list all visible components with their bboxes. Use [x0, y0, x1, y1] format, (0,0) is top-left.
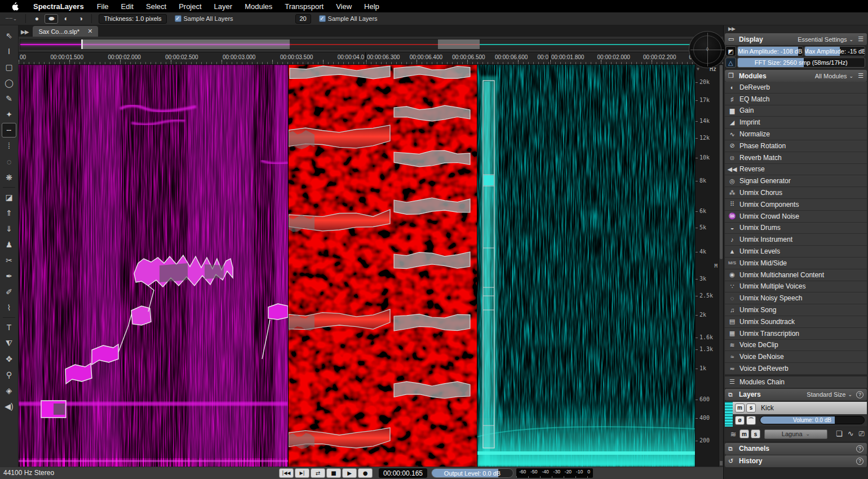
layer-name[interactable]: Kick: [761, 404, 774, 412]
playback-tool[interactable]: ◀): [2, 399, 16, 414]
module-unmix-chorus[interactable]: ⁂Unmix Chorus: [725, 187, 867, 199]
spectrogram-kick-section[interactable]: [477, 65, 695, 467]
3d-display-tool[interactable]: ◈: [2, 383, 16, 398]
modules-panel-header[interactable]: ❒ Modules All Modules ⌄ ☰: [725, 70, 867, 82]
spray-tool[interactable]: ⌇: [2, 300, 16, 315]
display-menu-icon[interactable]: ☰: [858, 36, 863, 43]
menu-view[interactable]: View: [330, 2, 358, 11]
layers-size-dropdown[interactable]: Standard Size: [807, 391, 845, 398]
tab-overflow-icon[interactable]: ▶▶: [19, 29, 33, 37]
scrollbar-thumb[interactable]: [720, 65, 723, 259]
brush-tip-round[interactable]: ●: [30, 14, 43, 24]
overview-strip[interactable]: [20, 39, 696, 50]
module-gain[interactable]: ▆Gain: [725, 105, 867, 117]
module-dereverb[interactable]: ◐DeReverb: [725, 82, 867, 94]
move-tool[interactable]: ⇖: [2, 28, 16, 43]
hand-tool[interactable]: ✥: [2, 352, 16, 366]
overview-selection-1[interactable]: [81, 39, 290, 49]
sample-all-layers-checkbox-1[interactable]: ✓: [175, 15, 181, 22]
delete-layer-icon[interactable]: ⎚: [859, 429, 865, 438]
layers-panel-header[interactable]: ⧉ Layers Standard Size ⌄ ?: [725, 389, 867, 401]
layer-mute-button[interactable]: m: [735, 403, 745, 413]
ruler-segment-1[interactable]: 0000:00:01.50000:00:02.00000:00:02.50000…: [19, 52, 365, 64]
module-unmix-instrument[interactable]: ♪Unmix Instrument: [725, 234, 867, 246]
time-ruler[interactable]: 0000:00:01.50000:00:02.00000:00:02.50000…: [19, 52, 723, 65]
pencil-tool[interactable]: ✐: [2, 285, 16, 299]
module-unmix-soundtrack[interactable]: ▤Unmix Soundtrack: [725, 316, 867, 328]
spectrogram-view[interactable]: ▼ Hz M 20k17k14k12k10k8k6k5k4k3k2.5k2k1.…: [19, 65, 723, 467]
module-unmix-components[interactable]: ⠿Unmix Components: [725, 199, 867, 211]
layer-solo-button[interactable]: s: [746, 403, 756, 413]
loop-button[interactable]: ⇄: [311, 468, 325, 478]
ruler-segment-2[interactable]: 00:00:06.30000:00:06.40000:00:06.50000:0…: [365, 52, 550, 64]
go-to-start-button[interactable]: |◀◀: [279, 468, 294, 478]
display-preset-dropdown[interactable]: Essential Settings: [798, 36, 847, 43]
module-reverb-match[interactable]: (|)Reverb Match: [725, 152, 867, 164]
eraser-tool[interactable]: ◪: [2, 190, 16, 205]
panels-collapse-icon[interactable]: ▶▶: [724, 25, 868, 33]
brush-tip-split[interactable]: ◑: [74, 14, 87, 24]
frequency-axis[interactable]: ▼ Hz M 20k17k14k12k10k8k6k5k4k3k2.5k2k1.…: [695, 65, 719, 467]
modules-preset-dropdown[interactable]: All Modules: [815, 73, 847, 79]
apple-menu[interactable]: [0, 2, 26, 11]
min-amplitude-slider[interactable]: Min Amplitude: -108 dB: [737, 46, 804, 56]
module-unmix-mid-side[interactable]: M/SUnmix Mid/Side: [725, 258, 867, 269]
module-reverse[interactable]: ◀◀Reverse: [725, 164, 867, 176]
overview-selection-2[interactable]: [438, 39, 480, 49]
module-voice-dereverb[interactable]: ≂Voice DeReverb: [725, 363, 867, 375]
new-group-icon[interactable]: ❏: [836, 429, 843, 438]
module-unmix-noisy-speech[interactable]: ◌Unmix Noisy Speech: [725, 292, 867, 304]
brush-tip-wide[interactable]: ⬬: [45, 14, 58, 24]
menu-help[interactable]: Help: [358, 2, 386, 11]
time-selection-tool[interactable]: I: [2, 44, 16, 59]
text-tool[interactable]: T: [2, 320, 16, 335]
tab-close-icon[interactable]: ✕: [87, 28, 92, 35]
channels-panel-header[interactable]: ⧉ Channels ?: [725, 443, 867, 455]
pen-tool[interactable]: ✒: [2, 269, 16, 283]
zoom-tool[interactable]: ⚲: [2, 367, 16, 382]
layer-thumbnail[interactable]: [725, 402, 733, 427]
frequency-selection-tool[interactable]: ┄: [2, 123, 16, 138]
menu-file[interactable]: File: [91, 2, 115, 11]
merge-layers-icon[interactable]: ≋: [727, 430, 739, 438]
time-display[interactable]: 00:00:00.165: [379, 468, 427, 478]
module-unmix-multiple-voices[interactable]: ∵Unmix Multiple Voices: [725, 281, 867, 293]
layer-phase-button[interactable]: ø: [735, 416, 745, 425]
vertical-scrollbar[interactable]: [719, 65, 723, 467]
brush-selection-tool[interactable]: ✎: [2, 91, 16, 106]
history-panel-header[interactable]: ↺ History ?: [725, 455, 867, 467]
go-to-end-button[interactable]: ▶|: [295, 468, 309, 478]
modules-menu-icon[interactable]: ☰: [858, 72, 863, 79]
spectrogram-sax-section[interactable]: [19, 65, 288, 467]
amplify-tool[interactable]: ⇑: [2, 206, 16, 220]
module-voice-declip[interactable]: ≋Voice DeClip: [725, 340, 867, 352]
output-level-slider[interactable]: Output Level: 0.0 dB: [431, 468, 513, 478]
menu-project[interactable]: Project: [172, 2, 207, 11]
lasso-selection-tool[interactable]: ◯: [2, 76, 16, 90]
harmonics-selection-tool[interactable]: ⁞: [2, 139, 16, 153]
module-imprint[interactable]: ◢Imprint: [725, 117, 867, 128]
module-normalize[interactable]: ∿Normalize: [725, 128, 867, 140]
noise-selection-tool[interactable]: ❋: [2, 170, 16, 185]
stop-button[interactable]: ■: [326, 468, 341, 478]
module-unmix-levels[interactable]: ▲Unmix Levels: [725, 246, 867, 258]
play-button[interactable]: ▶: [342, 468, 357, 478]
max-amplitude-slider[interactable]: Max Amplitude: -15 dB: [804, 46, 865, 56]
module-unmix-drums[interactable]: ◒Unmix Drums: [725, 223, 867, 234]
tool-preset-dropdown[interactable]: ┄┄⌄: [0, 16, 22, 21]
sample-all-layers-checkbox-2[interactable]: ✓: [319, 15, 326, 22]
layer-select-dropdown[interactable]: Laguna ⌄: [764, 429, 827, 439]
layer-envelope-button[interactable]: ⌒: [746, 416, 756, 425]
thickness-field[interactable]: Thickness: 1.0 pixels: [99, 14, 166, 24]
timeline-overview[interactable]: [19, 37, 723, 52]
menu-edit[interactable]: Edit: [115, 2, 140, 11]
rectangle-selection-tool[interactable]: ▢: [2, 60, 16, 74]
channels-help-icon[interactable]: ?: [856, 445, 863, 453]
3d-navigation-trackball[interactable]: ⬨: [689, 31, 726, 68]
module-unmix-transcription[interactable]: ▦Unmix Transcription: [725, 328, 867, 340]
record-button[interactable]: ●: [358, 468, 373, 478]
fft-size-slider[interactable]: FFT Size: 2560 smp (58ms/17Hz): [737, 57, 865, 68]
spectrogram-red-section[interactable]: [288, 65, 477, 467]
eyedropper-tool[interactable]: ⧨: [2, 336, 16, 351]
attenuate-tool[interactable]: ⇓: [2, 221, 16, 236]
